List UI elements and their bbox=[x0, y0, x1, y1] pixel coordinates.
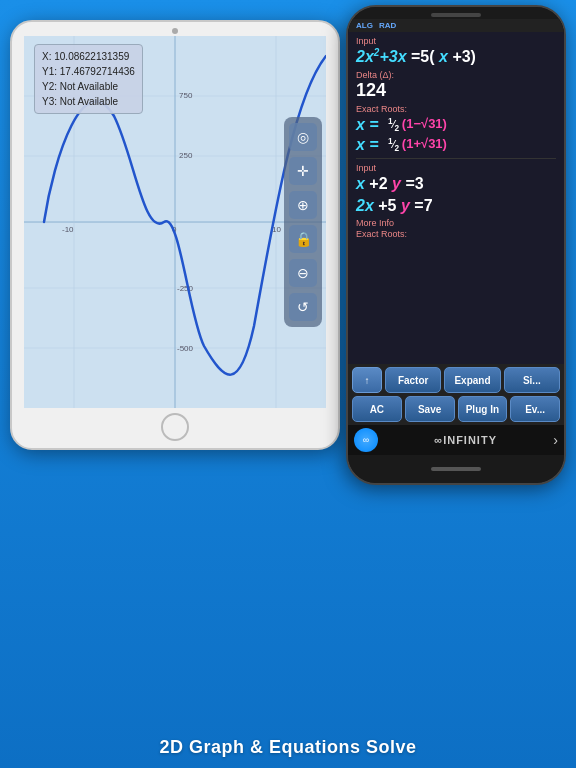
toolbar-move-btn[interactable]: ✛ bbox=[289, 157, 317, 185]
buttons-row-1: ↑ Factor Expand Si... bbox=[352, 367, 560, 393]
calc-buttons-area: ↑ Factor Expand Si... AC Save Plug In Ev… bbox=[348, 364, 564, 425]
iphone-home-bar bbox=[348, 455, 564, 483]
graph-area: 750 250 -250 -500 -10 0 10 X: 10.0862213… bbox=[24, 36, 326, 408]
eq2-plus: +2 bbox=[369, 175, 387, 192]
iphone-home-indicator[interactable] bbox=[431, 467, 481, 471]
eq1-part4: +3) bbox=[452, 48, 476, 65]
toolbar-refresh-btn[interactable]: ↺ bbox=[289, 293, 317, 321]
ipad-screen: 750 250 -250 -500 -10 0 10 X: 10.0862213… bbox=[24, 36, 326, 408]
root-line-1: x = 1⁄2 (1−√31) bbox=[356, 116, 556, 134]
buttons-row-2: AC Save Plug In Ev... bbox=[352, 396, 560, 422]
eq1-part2: =5( bbox=[411, 48, 435, 65]
infinity-arrow-icon[interactable]: › bbox=[553, 432, 558, 448]
eq1-part1: 2x2+3x bbox=[356, 48, 407, 65]
eq3-plus: +5 bbox=[378, 197, 396, 214]
svg-text:-250: -250 bbox=[177, 284, 194, 293]
root1-x: x = bbox=[356, 116, 379, 134]
svg-text:750: 750 bbox=[179, 91, 193, 100]
devices-container: 750 250 -250 -500 -10 0 10 X: 10.0862213… bbox=[0, 0, 576, 700]
iphone-top-bar bbox=[348, 7, 564, 19]
roots-label-2: Exact Roots: bbox=[356, 229, 556, 239]
calculator-screen: ALG RAD Input 2x2+3x =5( x +3) Delta bbox=[348, 19, 564, 455]
simplify-button[interactable]: Si... bbox=[504, 367, 560, 393]
evaluate-button[interactable]: Ev... bbox=[510, 396, 560, 422]
graph-toolbar: ◎ ✛ ⊕ 🔒 ⊖ ↺ bbox=[284, 117, 322, 327]
infinity-text: ∞INFINITY bbox=[434, 434, 497, 446]
toolbar-zoom-out-btn[interactable]: ⊖ bbox=[289, 259, 317, 287]
logo-symbol: ∞ bbox=[363, 435, 369, 445]
root2-x: x = bbox=[356, 136, 379, 154]
root1-expr: 1⁄2 (1−√31) bbox=[382, 116, 447, 133]
factor-button[interactable]: Factor bbox=[385, 367, 441, 393]
eq1-part3: x bbox=[439, 48, 448, 65]
eq3-eq: =7 bbox=[414, 197, 432, 214]
svg-text:-500: -500 bbox=[177, 344, 194, 353]
mode-rad: RAD bbox=[379, 21, 396, 30]
svg-text:-10: -10 bbox=[62, 225, 74, 234]
calc-top-bar: ALG RAD bbox=[348, 19, 564, 32]
plug-in-button[interactable]: Plug In bbox=[458, 396, 508, 422]
iphone-device: ALG RAD Input 2x2+3x =5( x +3) Delta bbox=[346, 5, 566, 485]
eq2-x: x bbox=[356, 175, 365, 192]
eq3-y: y bbox=[401, 197, 410, 214]
iphone-screen: ALG RAD Input 2x2+3x =5( x +3) Delta bbox=[348, 19, 564, 455]
eq2-eq: =3 bbox=[405, 175, 423, 192]
toolbar-lock-btn[interactable]: 🔒 bbox=[289, 225, 317, 253]
delta-label: Delta (Δ): bbox=[356, 70, 556, 80]
ipad-home-button[interactable] bbox=[161, 413, 189, 441]
root2-expr: 1⁄2 (1+√31) bbox=[382, 136, 447, 153]
tooltip-y3: Y3: Not Available bbox=[42, 94, 135, 109]
eq3-2x: 2x bbox=[356, 197, 374, 214]
save-button[interactable]: Save bbox=[405, 396, 455, 422]
delta-value: 124 bbox=[356, 80, 556, 101]
input-label-2: Input bbox=[356, 163, 556, 173]
infinity-logo: ∞ bbox=[354, 428, 378, 452]
ac-button[interactable]: AC bbox=[352, 396, 402, 422]
expand-button[interactable]: Expand bbox=[444, 367, 500, 393]
up-arrow-button[interactable]: ↑ bbox=[352, 367, 382, 393]
equation-2: x +2 y =3 bbox=[356, 174, 556, 193]
mode-alg: ALG bbox=[356, 21, 373, 30]
calc-bottom-bar: ∞ ∞INFINITY › bbox=[348, 425, 564, 455]
graph-tooltip: X: 10.08622131359 Y1: 17.46792714436 Y2:… bbox=[34, 44, 143, 114]
tooltip-x: X: 10.08622131359 bbox=[42, 49, 135, 64]
ipad-device: 750 250 -250 -500 -10 0 10 X: 10.0862213… bbox=[10, 20, 340, 450]
eq2-y: y bbox=[392, 175, 401, 192]
equation-1: 2x2+3x =5( x +3) bbox=[356, 47, 556, 67]
svg-text:250: 250 bbox=[179, 151, 193, 160]
calc-results-area: Input 2x2+3x =5( x +3) Delta (Δ): 124 Ex… bbox=[348, 32, 564, 364]
tooltip-y2: Y2: Not Available bbox=[42, 79, 135, 94]
toolbar-zoom-in-btn[interactable]: ⊕ bbox=[289, 191, 317, 219]
roots-label-1: Exact Roots: bbox=[356, 104, 556, 114]
iphone-speaker bbox=[431, 13, 481, 17]
toolbar-cursor-btn[interactable]: ◎ bbox=[289, 123, 317, 151]
input-label-1: Input bbox=[356, 36, 556, 46]
ipad-camera bbox=[172, 28, 178, 34]
root-line-2: x = 1⁄2 (1+√31) bbox=[356, 136, 556, 154]
equation-3: 2x +5 y =7 bbox=[356, 196, 556, 215]
page-caption: 2D Graph & Equations Solve bbox=[159, 731, 416, 768]
tooltip-y1: Y1: 17.46792714436 bbox=[42, 64, 135, 79]
section-divider bbox=[356, 158, 556, 159]
more-info-label: More Info bbox=[356, 218, 556, 228]
